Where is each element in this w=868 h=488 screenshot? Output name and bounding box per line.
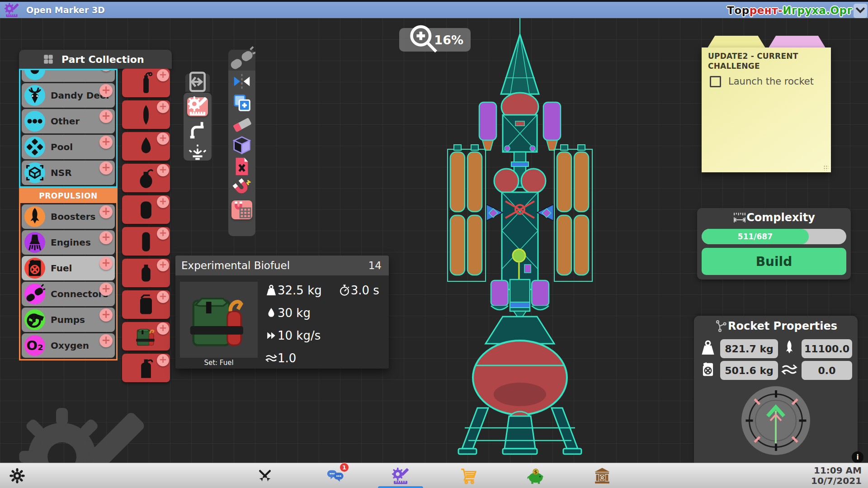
part-set-label: Set: Fuel — [180, 359, 258, 367]
swap-panel-button[interactable] — [185, 74, 210, 92]
circuit-icon — [714, 319, 728, 333]
booster-cluster-left — [448, 145, 486, 281]
add-part-button[interactable]: + — [157, 354, 169, 366]
tool-delete[interactable] — [231, 158, 252, 177]
part-collection-header[interactable]: Part Collection — [19, 50, 172, 69]
sil-tank-icon — [134, 198, 158, 222]
part-thumbnail[interactable]: + — [122, 227, 170, 256]
gear-icon — [8, 467, 26, 485]
tool-rail-right — [228, 50, 255, 236]
challenge-note[interactable]: UPDATE2 - CURRENT CHALLENGE Launch the r… — [702, 47, 831, 172]
category-item-oxygen[interactable]: O₂ Oxygen + — [22, 333, 115, 358]
tool-cube[interactable] — [231, 137, 252, 156]
taskbar-chat[interactable]: 1 — [325, 466, 346, 486]
add-category-button[interactable]: + — [99, 283, 113, 296]
part-count: 14 — [368, 260, 382, 271]
taskbar-piggy-bank[interactable]: $ — [525, 466, 547, 486]
add-part-button[interactable]: + — [157, 259, 169, 271]
weight-icon — [699, 339, 719, 359]
add-category-button[interactable]: + — [99, 161, 113, 175]
challenge-task: Launch the rocket — [710, 76, 831, 87]
add-part-button[interactable]: + — [157, 69, 169, 81]
part-flow-rate: 10 kg/s — [278, 329, 321, 342]
category-item-boosters[interactable]: Boosters + — [22, 204, 115, 229]
category-group-main: + Dandy Deer + Other + Pool + NSR + — [19, 69, 118, 188]
tool-copy[interactable] — [231, 94, 252, 113]
rocket-assembly[interactable] — [425, 18, 615, 463]
part-thumbnail[interactable]: + — [122, 100, 170, 129]
total-mass-value: 821.7 kg — [720, 339, 778, 358]
add-category-button[interactable]: + — [99, 136, 113, 149]
category-item-partial[interactable]: + — [22, 69, 115, 82]
tool-magnetgrid[interactable] — [231, 200, 252, 219]
rocket-icon — [781, 339, 801, 359]
plug-icon — [24, 284, 45, 304]
weight-icon — [265, 284, 278, 297]
category-item-fuel[interactable]: Fuel + — [22, 256, 115, 280]
add-category-button[interactable]: + — [99, 69, 113, 71]
watermark: Торрент-Игруха.Орг — [727, 5, 853, 16]
add-part-button[interactable]: + — [157, 164, 169, 176]
resize-grip[interactable] — [823, 165, 829, 171]
category-item-nsr[interactable]: NSR + — [22, 161, 115, 185]
add-part-button[interactable]: + — [157, 322, 169, 335]
part-thumbnail[interactable]: + — [122, 290, 170, 319]
category-item-engines[interactable]: Engines + — [22, 230, 115, 255]
add-category-button[interactable]: + — [99, 334, 113, 347]
info-button[interactable]: i — [852, 451, 863, 463]
add-category-button[interactable]: + — [99, 231, 113, 244]
add-category-button[interactable]: + — [99, 257, 113, 270]
tool-magnet[interactable] — [231, 179, 252, 198]
rocket-side-tank-left — [479, 102, 496, 140]
category-item-connectors[interactable]: Connectors + — [22, 282, 115, 306]
app-logo-icon — [4, 2, 20, 18]
notification-badge: 1 — [340, 463, 349, 472]
copy-icon — [231, 92, 252, 115]
tool-buildlogo-pink[interactable] — [187, 97, 208, 116]
taskbar-shop[interactable] — [458, 466, 480, 486]
part-thumbnail[interactable]: + — [122, 195, 170, 224]
part-thumbnail[interactable]: + — [122, 259, 170, 287]
part-thumbnail[interactable]: + — [122, 132, 170, 161]
part-thumbnail[interactable]: + — [122, 69, 170, 97]
tool-eraser[interactable] — [231, 115, 252, 134]
tool-mirror[interactable] — [231, 73, 252, 92]
add-part-button[interactable]: + — [157, 227, 169, 240]
add-category-button[interactable]: + — [99, 205, 113, 218]
taskbar-settings[interactable] — [6, 466, 28, 486]
add-part-button[interactable]: + — [157, 291, 169, 303]
add-part-button[interactable]: + — [157, 101, 169, 113]
category-item-pumps[interactable]: Pumps + — [22, 308, 115, 332]
add-part-button[interactable]: + — [157, 133, 169, 145]
tool-exhaust[interactable] — [187, 144, 208, 163]
add-category-button[interactable]: + — [99, 308, 113, 322]
zoom-indicator[interactable]: 16% — [399, 28, 471, 52]
active-tab-indicator — [378, 486, 423, 488]
magnet-icon — [231, 177, 252, 200]
add-category-button[interactable]: + — [99, 84, 113, 97]
crossedrockets-icon — [256, 467, 274, 485]
part-thumbnail[interactable]: + — [122, 322, 170, 351]
category-item-pool[interactable]: Pool + — [22, 135, 115, 159]
task-checkbox[interactable] — [710, 76, 721, 87]
add-part-button[interactable]: + — [157, 196, 169, 208]
connector-tool-header[interactable] — [228, 50, 255, 71]
rocket-icon — [24, 206, 45, 227]
booster-cluster-right — [554, 145, 592, 281]
category-item-other[interactable]: Other + — [22, 109, 115, 133]
taskbar-museum[interactable] — [591, 466, 613, 486]
taskbar: 1$ 11:09 AM 10/7/2021 — [0, 463, 868, 488]
sil-propane-icon — [134, 166, 158, 190]
part-thumbnail[interactable]: + — [122, 354, 170, 382]
build-button[interactable]: Build — [702, 248, 846, 275]
collapse-button[interactable] — [854, 4, 867, 18]
taskbar-battle[interactable] — [254, 466, 276, 486]
rate-icon — [265, 329, 278, 342]
taskbar-workshop[interactable] — [390, 466, 411, 486]
part-thumbnail[interactable]: + — [122, 164, 170, 192]
swap-icon — [185, 70, 210, 96]
complexity-title: Complexity — [746, 211, 815, 224]
category-item-dandy-deer[interactable]: Dandy Deer + — [22, 83, 115, 108]
tool-pipe[interactable] — [187, 121, 208, 140]
add-category-button[interactable]: + — [99, 110, 113, 123]
